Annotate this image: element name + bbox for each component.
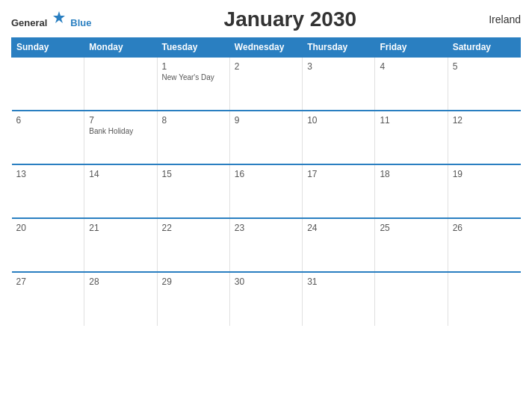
day-number: 29 [162, 276, 225, 287]
weekday-header-saturday: Saturday [448, 38, 520, 58]
day-number: 28 [89, 276, 152, 287]
day-number: 7 [89, 115, 152, 126]
logo-blue-text: Blue [70, 17, 91, 28]
day-number: 23 [235, 223, 297, 233]
calendar-cell: 22 [157, 218, 229, 272]
calendar-week-row: 20212223242526 [12, 218, 521, 272]
calendar-cell: 26 [448, 218, 520, 272]
day-number: 18 [380, 169, 442, 179]
day-number: 22 [162, 223, 225, 233]
logo-flag-icon [51, 10, 67, 26]
calendar-table: SundayMondayTuesdayWednesdayThursdayFrid… [11, 37, 521, 326]
day-number: 12 [453, 115, 516, 126]
weekday-header-thursday: Thursday [303, 38, 375, 58]
day-number: 14 [89, 169, 152, 179]
calendar-cell: 19 [448, 164, 520, 218]
calendar-cell: 25 [375, 218, 448, 272]
calendar-cell: 9 [229, 111, 302, 164]
day-number: 3 [307, 61, 370, 72]
day-number: 9 [235, 115, 297, 126]
calendar-week-row: 1New Year's Day2345 [12, 57, 521, 111]
calendar-cell: 20 [12, 218, 84, 272]
country-label: Ireland [489, 13, 521, 25]
calendar-cell [448, 272, 520, 326]
weekday-header-wednesday: Wednesday [229, 38, 302, 58]
calendar-cell: 16 [229, 164, 302, 218]
calendar-cell: 7Bank Holiday [84, 111, 157, 164]
calendar-cell: 14 [84, 164, 157, 218]
calendar-cell: 17 [303, 164, 375, 218]
page: General Blue January 2030 Ireland Sunday… [0, 0, 532, 411]
day-number: 21 [89, 223, 152, 233]
day-number: 20 [16, 223, 80, 233]
calendar-cell: 21 [84, 218, 157, 272]
day-number: 15 [162, 169, 225, 179]
calendar-cell: 3 [303, 57, 375, 111]
calendar-cell: 12 [448, 111, 520, 164]
calendar-cell: 4 [375, 57, 448, 111]
calendar-cell: 10 [303, 111, 375, 164]
header: General Blue January 2030 Ireland [11, 7, 521, 31]
weekday-header-monday: Monday [84, 38, 157, 58]
calendar-week-row: 2728293031 [12, 272, 521, 326]
day-number: 25 [380, 223, 442, 233]
day-number: 30 [235, 276, 297, 287]
day-number: 24 [307, 223, 370, 233]
day-number: 31 [307, 276, 370, 287]
calendar-week-row: 13141516171819 [12, 164, 521, 218]
calendar-cell: 1New Year's Day [157, 57, 229, 111]
calendar-cell: 29 [157, 272, 229, 326]
day-number: 27 [16, 276, 80, 287]
logo: General Blue [11, 10, 92, 29]
calendar-cell: 11 [375, 111, 448, 164]
calendar-cell: 5 [448, 57, 520, 111]
calendar-cell: 30 [229, 272, 302, 326]
calendar-cell: 6 [12, 111, 84, 164]
holiday-name: New Year's Day [162, 73, 225, 81]
day-number: 8 [162, 115, 225, 126]
calendar-cell [12, 57, 84, 111]
day-number: 26 [453, 223, 516, 233]
calendar-cell: 2 [229, 57, 302, 111]
calendar-cell: 31 [303, 272, 375, 326]
day-number: 17 [307, 169, 370, 179]
calendar-cell [375, 272, 448, 326]
calendar-cell: 27 [12, 272, 84, 326]
calendar-cell: 24 [303, 218, 375, 272]
calendar-cell: 28 [84, 272, 157, 326]
day-number: 11 [380, 115, 442, 126]
day-number: 2 [235, 61, 297, 72]
calendar-cell: 18 [375, 164, 448, 218]
day-number: 13 [16, 169, 80, 179]
calendar-cell: 13 [12, 164, 84, 218]
month-title: January 2030 [92, 7, 489, 31]
weekday-header-sunday: Sunday [12, 38, 84, 58]
day-number: 10 [307, 115, 370, 126]
day-number: 16 [235, 169, 297, 179]
holiday-name: Bank Holiday [89, 127, 152, 135]
day-number: 6 [16, 115, 80, 126]
calendar-cell [84, 57, 157, 111]
day-number: 4 [380, 61, 442, 72]
svg-marker-0 [53, 11, 65, 23]
weekday-header-friday: Friday [375, 38, 448, 58]
calendar-week-row: 67Bank Holiday89101112 [12, 111, 521, 164]
day-number: 1 [162, 61, 225, 72]
weekday-header-row: SundayMondayTuesdayWednesdayThursdayFrid… [12, 38, 521, 58]
weekday-header-tuesday: Tuesday [157, 38, 229, 58]
logo-general-text: General [11, 17, 47, 28]
day-number: 19 [453, 169, 516, 179]
calendar-cell: 15 [157, 164, 229, 218]
day-number: 5 [453, 61, 516, 72]
calendar-cell: 8 [157, 111, 229, 164]
calendar-cell: 23 [229, 218, 302, 272]
